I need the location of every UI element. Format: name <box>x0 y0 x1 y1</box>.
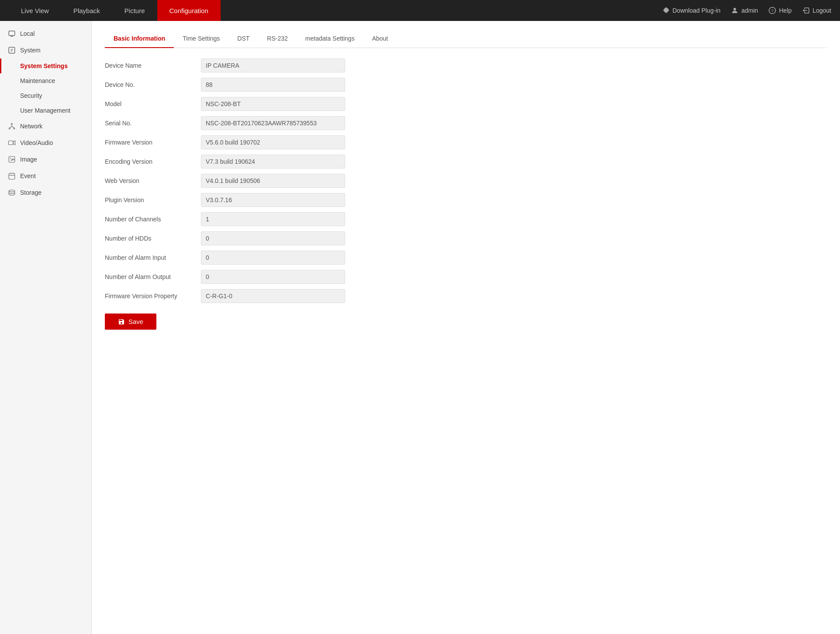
admin-button[interactable]: admin <box>731 7 758 14</box>
download-plugin-label: Download Plug-in <box>673 7 721 14</box>
form-row: Device Name IP CAMERA <box>105 59 827 72</box>
storage-icon <box>8 189 16 196</box>
form-label-3: Serial No. <box>105 120 201 127</box>
form-label-5: Encoding Version <box>105 158 201 165</box>
svg-point-9 <box>14 128 15 129</box>
tab-rs232[interactable]: RS-232 <box>258 30 296 48</box>
form-row: Serial No. NSC-208-BT20170623AAWR7857395… <box>105 116 827 130</box>
sidebar-item-local-label: Local <box>20 30 35 37</box>
form-row: Device No. 88 <box>105 78 827 92</box>
sidebar-sub-item-maintenance-label: Maintenance <box>20 77 55 84</box>
sidebar-item-system-label: System <box>20 47 41 54</box>
form-label-8: Number of Channels <box>105 216 201 223</box>
logout-label: Logout <box>812 7 831 14</box>
form-row: Firmware Version Property C-R-G1-0 <box>105 289 827 303</box>
svg-point-21 <box>9 190 15 192</box>
svg-text:?: ? <box>771 8 774 13</box>
form-value-11: 0 <box>201 270 345 284</box>
sidebar-item-local[interactable]: Local <box>0 25 91 42</box>
form-row: Web Version V4.0.1 build 190506 <box>105 174 827 188</box>
form-row: Firmware Version V5.6.0 build 190702 <box>105 135 827 149</box>
sidebar-sub-item-security-label: Security <box>20 92 42 99</box>
nav-picture[interactable]: Picture <box>112 0 157 21</box>
sidebar-item-network-label: Network <box>20 123 42 130</box>
form-value-7: V3.0.7.16 <box>201 193 345 207</box>
form-label-12: Firmware Version Property <box>105 293 201 300</box>
nav-live-view[interactable]: Live View <box>9 0 61 21</box>
form: Device Name IP CAMERA Device No. 88 Mode… <box>105 59 827 303</box>
form-value-4: V5.6.0 build 190702 <box>201 135 345 149</box>
sidebar-item-event[interactable]: Event <box>0 168 91 184</box>
form-value-2: NSC-208-BT <box>201 97 345 111</box>
sidebar: Local System System Settings Maintenance… <box>0 21 92 634</box>
form-value-3: NSC-208-BT20170623AAWR785739553 <box>201 116 345 130</box>
sidebar-sub-item-user-management-label: User Management <box>20 107 70 114</box>
form-value-6: V4.0.1 build 190506 <box>201 174 345 188</box>
form-label-9: Number of HDDs <box>105 235 201 242</box>
sidebar-item-video-audio-label: Video/Audio <box>20 139 53 146</box>
tab-about[interactable]: About <box>363 30 397 48</box>
svg-line-12 <box>12 127 14 128</box>
form-row: Plugin Version V3.0.7.16 <box>105 193 827 207</box>
nav-configuration[interactable]: Configuration <box>157 0 221 21</box>
sidebar-item-network[interactable]: Network <box>0 118 91 134</box>
svg-rect-13 <box>9 141 14 145</box>
form-row: Number of HDDs 0 <box>105 231 827 245</box>
save-button[interactable]: Save <box>105 314 156 330</box>
help-label: Help <box>779 7 792 14</box>
tab-dst[interactable]: DST <box>228 30 258 48</box>
network-icon <box>8 122 16 130</box>
form-value-10: 0 <box>201 251 345 265</box>
form-label-10: Number of Alarm Input <box>105 254 201 261</box>
plugin-icon <box>662 7 670 14</box>
form-label-11: Number of Alarm Output <box>105 273 201 280</box>
sidebar-item-event-label: Event <box>20 172 36 179</box>
tab-time-settings[interactable]: Time Settings <box>174 30 228 48</box>
download-plugin-button[interactable]: Download Plug-in <box>662 7 721 14</box>
logout-button[interactable]: Logout <box>802 7 831 14</box>
form-label-2: Model <box>105 100 201 107</box>
nav-playback[interactable]: Playback <box>61 0 112 21</box>
form-row: Number of Alarm Input 0 <box>105 251 827 265</box>
sidebar-sub-item-system-settings[interactable]: System Settings <box>0 59 91 73</box>
svg-point-0 <box>733 8 736 10</box>
sidebar-item-video-audio[interactable]: Video/Audio <box>0 134 91 151</box>
sidebar-item-storage-label: Storage <box>20 189 41 196</box>
form-label-7: Plugin Version <box>105 196 201 203</box>
sidebar-sub-item-maintenance[interactable]: Maintenance <box>0 73 91 88</box>
form-row: Model NSC-208-BT <box>105 97 827 111</box>
tab-metadata-settings[interactable]: metadata Settings <box>297 30 363 48</box>
help-icon: ? <box>768 7 776 14</box>
form-value-1: 88 <box>201 78 345 92</box>
save-button-label: Save <box>128 318 143 325</box>
svg-point-7 <box>11 123 13 124</box>
svg-point-16 <box>10 158 11 158</box>
sidebar-item-image-label: Image <box>20 156 37 163</box>
image-icon <box>8 155 16 163</box>
form-label-0: Device Name <box>105 62 201 69</box>
sidebar-sub-item-system-settings-label: System Settings <box>20 62 68 69</box>
svg-marker-14 <box>13 141 15 145</box>
form-label-4: Firmware Version <box>105 139 201 146</box>
svg-rect-3 <box>9 31 15 36</box>
sidebar-item-system[interactable]: System <box>0 42 91 59</box>
svg-point-8 <box>9 128 10 129</box>
form-label-6: Web Version <box>105 177 201 184</box>
form-value-5: V7.3 build 190624 <box>201 155 345 169</box>
sidebar-item-image[interactable]: Image <box>0 151 91 168</box>
event-icon <box>8 172 16 180</box>
svg-rect-17 <box>9 173 15 179</box>
user-icon <box>731 7 739 14</box>
sidebar-sub-item-security[interactable]: Security <box>0 88 91 103</box>
sidebar-item-storage[interactable]: Storage <box>0 184 91 201</box>
form-value-12: C-R-G1-0 <box>201 289 345 303</box>
svg-line-11 <box>10 127 12 128</box>
form-row: Encoding Version V7.3 build 190624 <box>105 155 827 169</box>
form-row: Number of Alarm Output 0 <box>105 270 827 284</box>
tab-basic-information[interactable]: Basic Information <box>105 30 174 48</box>
form-value-9: 0 <box>201 231 345 245</box>
sidebar-sub-item-user-management[interactable]: User Management <box>0 103 91 118</box>
help-button[interactable]: ? Help <box>768 7 792 14</box>
tab-bar: Basic Information Time Settings DST RS-2… <box>105 30 827 48</box>
admin-label: admin <box>741 7 758 14</box>
